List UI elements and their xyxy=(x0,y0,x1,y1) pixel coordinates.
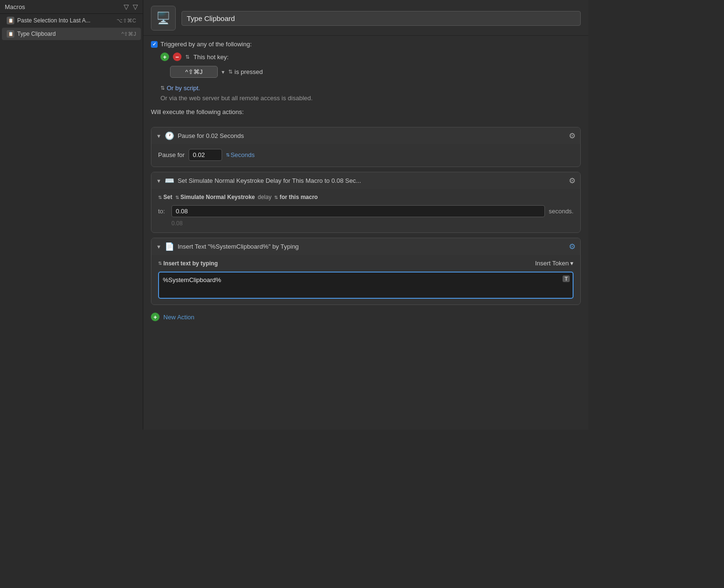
checkbox-check: ✓ xyxy=(152,42,156,47)
action-card-insert-body: ⇅ Insert text by typing Insert Token ▾ T xyxy=(151,255,580,304)
ks-formacro-updown-icon: ⇅ xyxy=(274,195,278,200)
sidebar-item-paste[interactable]: 📋 Paste Selection Into Last A... ⌥⇧⌘C xyxy=(2,14,141,27)
macro-header: 🖥️ xyxy=(143,0,588,36)
ks-hint: 0.08 xyxy=(171,220,574,227)
add-hotkey-btn[interactable]: + xyxy=(160,52,169,61)
ks-formacro-label: ⇅ for this macro xyxy=(274,194,318,200)
is-pressed-label: ⇅ is pressed xyxy=(228,68,263,75)
hotkey-updown-icon: ⇅ xyxy=(185,54,190,60)
hotkey-dropdown-icon[interactable]: ▾ xyxy=(222,69,224,75)
action-card-pause-header: ▼ 🕐 Pause for 0.02 Seconds ⚙ xyxy=(151,127,580,144)
insert-icon: 📄 xyxy=(164,242,175,251)
new-action-row: + New Action xyxy=(151,310,581,326)
sidebar-header-icons: ▽ ▽ xyxy=(124,3,138,10)
ks-delay-label: delay xyxy=(258,194,272,200)
insert-t-badge: T xyxy=(563,275,570,282)
action-card-pause-title: Pause for 0.02 Seconds xyxy=(178,132,566,139)
keystroke-icon: ⌨️ xyxy=(164,176,175,185)
pause-gear-icon[interactable]: ⚙ xyxy=(569,131,575,140)
pause-clock-icon: 🕐 xyxy=(164,131,175,140)
pause-chevron-icon[interactable]: ▼ xyxy=(156,133,161,139)
add-macro-icon[interactable]: ▽ xyxy=(133,3,138,10)
web-server-note: Or via the web server but all remote acc… xyxy=(160,94,581,102)
insert-chevron-icon[interactable]: ▼ xyxy=(156,244,161,250)
sidebar-item-type-clipboard-label: Type Clipboard xyxy=(17,31,119,37)
trigger-header: ✓ Triggered by any of the following: xyxy=(151,41,581,48)
sidebar-item-type-clipboard-icon: 📋 xyxy=(7,30,14,38)
action-card-insert-header: ▼ 📄 Insert Text "%SystemClipboard%" by T… xyxy=(151,238,580,255)
trigger-checkbox[interactable]: ✓ xyxy=(151,41,158,48)
insert-token-chevron-icon: ▾ xyxy=(570,260,574,267)
new-action-label[interactable]: New Action xyxy=(163,314,194,321)
ks-delay-text: delay xyxy=(258,194,272,200)
updown-pressed-icon: ⇅ xyxy=(228,69,233,75)
sidebar-header: Macros ▽ ▽ xyxy=(0,0,143,14)
ks-to-label: to: xyxy=(158,208,168,215)
macro-icon-box[interactable]: 🖥️ xyxy=(151,6,176,31)
action-card-pause-body: Pause for ⇅ Seconds xyxy=(151,144,580,167)
action-card-keystroke-title: Set Simulate Normal Keystroke Delay for … xyxy=(178,177,566,184)
macro-icon: 🖥️ xyxy=(156,11,170,25)
sidebar-title: Macros xyxy=(5,3,25,10)
or-by-script[interactable]: ⇅ Or by script. xyxy=(160,84,581,92)
action-card-keystroke: ▼ ⌨️ Set Simulate Normal Keystroke Delay… xyxy=(151,172,581,233)
filter-icon[interactable]: ▽ xyxy=(124,3,129,10)
ks-simulate-updown-icon: ⇅ xyxy=(175,195,179,200)
will-execute-label: Will execute the following actions: xyxy=(151,108,581,116)
action-card-keystroke-header: ▼ ⌨️ Set Simulate Normal Keystroke Delay… xyxy=(151,172,580,189)
main-content: 🖥️ ✓ Triggered by any of the following: … xyxy=(143,0,588,430)
ks-value-input[interactable] xyxy=(171,205,545,217)
sidebar-item-paste-icon: 📋 xyxy=(7,17,14,24)
ks-set-label: ⇅ Set xyxy=(158,194,172,200)
seconds-text: Seconds xyxy=(231,151,255,158)
ks-simulate-text: Simulate Normal Keystroke xyxy=(181,194,255,200)
ks-updown-icon: ⇅ xyxy=(158,195,162,200)
insert-updown-icon: ⇅ xyxy=(158,261,162,266)
seconds-label[interactable]: ⇅ Seconds xyxy=(226,151,255,158)
or-by-script-label: Or by script. xyxy=(167,84,200,92)
ks-seconds-label: seconds. xyxy=(549,208,574,215)
pause-row: Pause for ⇅ Seconds xyxy=(158,149,574,161)
insert-gear-icon[interactable]: ⚙ xyxy=(569,242,575,251)
seconds-updown-icon: ⇅ xyxy=(226,152,230,158)
action-card-keystroke-body: ⇅ Set ⇅ Simulate Normal Keystroke delay … xyxy=(151,189,580,232)
hotkey-badge[interactable]: ^⇧⌘J xyxy=(170,66,218,78)
hotkey-section-label: This hot key: xyxy=(193,53,229,61)
ks-formacro-text: for this macro xyxy=(279,194,318,200)
trigger-section: ✓ Triggered by any of the following: + −… xyxy=(143,36,588,125)
ks-simulate-label: ⇅ Simulate Normal Keystroke xyxy=(175,194,255,200)
insert-text-label: ⇅ Insert text by typing xyxy=(158,260,218,267)
action-card-insert-title: Insert Text "%SystemClipboard%" by Typin… xyxy=(178,243,566,250)
keystroke-chevron-icon[interactable]: ▼ xyxy=(156,178,161,184)
is-pressed-text: is pressed xyxy=(234,68,263,75)
pause-value-input[interactable] xyxy=(189,149,222,161)
sidebar-item-type-clipboard-shortcut: ^⇧⌘J xyxy=(121,31,136,37)
remove-hotkey-btn[interactable]: − xyxy=(173,52,181,61)
actions-section: ▼ 🕐 Pause for 0.02 Seconds ⚙ Pause for ⇅… xyxy=(143,125,588,334)
action-card-insert: ▼ 📄 Insert Text "%SystemClipboard%" by T… xyxy=(151,238,581,305)
insert-textarea[interactable] xyxy=(159,273,573,296)
insert-text: Insert text by typing xyxy=(163,260,218,267)
or-by-script-updown-icon: ⇅ xyxy=(160,85,165,91)
insert-token-label: Insert Token xyxy=(535,260,569,267)
insert-header-row: ⇅ Insert text by typing Insert Token ▾ xyxy=(158,260,574,267)
insert-token-btn[interactable]: Insert Token ▾ xyxy=(535,260,574,267)
macro-title-input[interactable] xyxy=(181,11,581,26)
sidebar-item-type-clipboard[interactable]: 📋 Type Clipboard ^⇧⌘J xyxy=(2,28,141,40)
ks-set-text: Set xyxy=(163,194,172,200)
sidebar: Macros ▽ ▽ 📋 Paste Selection Into Last A… xyxy=(0,0,143,430)
trigger-label: Triggered by any of the following: xyxy=(160,41,252,48)
ks-header-row: ⇅ Set ⇅ Simulate Normal Keystroke delay … xyxy=(158,194,574,200)
insert-textarea-wrap: T xyxy=(158,272,574,299)
sidebar-item-paste-label: Paste Selection Into Last A... xyxy=(17,17,115,24)
action-card-pause: ▼ 🕐 Pause for 0.02 Seconds ⚙ Pause for ⇅… xyxy=(151,127,581,167)
hotkey-combo-row: ^⇧⌘J ▾ ⇅ is pressed xyxy=(170,66,581,78)
new-action-add-btn[interactable]: + xyxy=(151,313,160,321)
keystroke-gear-icon[interactable]: ⚙ xyxy=(569,176,575,185)
ks-to-row: to: seconds. xyxy=(158,205,574,217)
sidebar-item-paste-shortcut: ⌥⇧⌘C xyxy=(117,18,136,24)
hotkey-value: ^⇧⌘J xyxy=(185,68,203,75)
hotkey-row: + − ⇅ This hot key: xyxy=(160,52,581,61)
pause-label: Pause for xyxy=(158,151,185,158)
